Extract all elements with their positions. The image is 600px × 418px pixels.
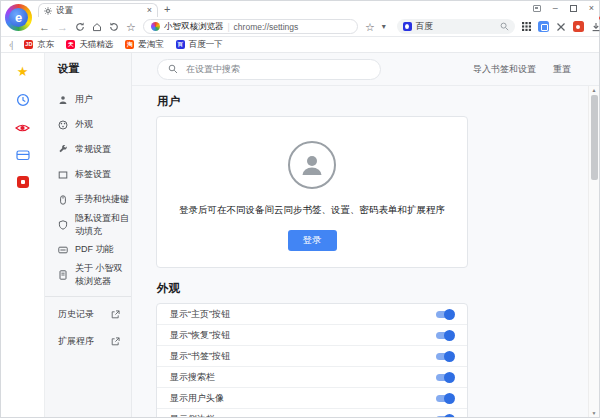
sidebar-item-general[interactable]: 常规设置 (45, 137, 131, 162)
settings-header: 在设置中搜索 导入书签和设置 重置 (132, 53, 599, 85)
weibo-eye-icon[interactable] (15, 122, 30, 134)
sidebar-item-tabs[interactable]: 标签设置 (45, 162, 131, 187)
toggle-switch[interactable] (436, 310, 454, 318)
settings-sidebar: 设置 用户 外观 常规设置 (45, 53, 132, 417)
gear-icon (44, 7, 52, 15)
settings-main: 在设置中搜索 导入书签和设置 重置 用户 (132, 53, 599, 417)
page-favicon (151, 22, 160, 31)
bookmark-item[interactable]: 天 天猫精选 (66, 39, 113, 51)
toggle-switch[interactable] (436, 352, 454, 360)
tab-title: 设置 (56, 5, 143, 17)
bookmark-label: 天猫精选 (79, 39, 113, 51)
scrollbar-thumb[interactable] (591, 95, 598, 180)
tab-square-icon (58, 170, 68, 180)
quick-search-box[interactable]: 百度 (397, 19, 515, 34)
back-icon[interactable]: ← (39, 21, 50, 33)
sidebar-item-label: 隐私设置和自动填充 (75, 212, 131, 238)
sidebar-item-appearance[interactable]: 外观 (45, 112, 131, 137)
toggle-switch[interactable] (436, 373, 454, 381)
toggle-switch[interactable] (436, 415, 454, 417)
reset-button[interactable]: 重置 (553, 63, 571, 76)
bookmark-item[interactable]: 淘 爱淘宝 (125, 39, 164, 51)
tmall-favicon: 天 (66, 40, 75, 49)
toggle-label: 显示“主页”按钮 (170, 308, 230, 321)
toggle-row-search-bar: 显示搜索栏 (157, 367, 467, 388)
login-button[interactable]: 登录 (288, 230, 337, 251)
window-controls: – × (533, 3, 594, 13)
address-url: chrome://settings (234, 22, 299, 32)
scroll-up-arrow[interactable]: ▲ (589, 86, 599, 94)
toggle-switch[interactable] (436, 394, 454, 402)
downloads-icon[interactable] (591, 18, 600, 36)
search-icon[interactable] (500, 22, 509, 31)
reload-icon[interactable] (75, 22, 85, 32)
sidebar-item-about[interactable]: 关于 小智双核浏览器 (45, 262, 131, 287)
home-icon[interactable] (92, 22, 102, 32)
forward-icon[interactable]: → (57, 21, 68, 33)
chevron-down-icon[interactable]: ▾ (382, 21, 386, 33)
appearance-section-heading: 外观 (157, 281, 468, 296)
person-icon (58, 95, 68, 105)
sync-description: 登录后可在不同设备间云同步书签、设置、密码表单和扩展程序 (177, 204, 447, 217)
video-app-icon[interactable] (17, 176, 29, 188)
video-extension-icon[interactable] (573, 21, 584, 32)
sidebar-link-history[interactable]: 历史记录 (45, 301, 131, 328)
bookmark-item[interactable]: JD 京东 (24, 39, 54, 51)
jd-favicon: JD (24, 40, 33, 49)
sidebar-item-label: 外观 (75, 118, 93, 131)
sidebar-link-label: 扩展程序 (58, 335, 94, 348)
theme-icon[interactable] (533, 5, 541, 12)
sidebar-item-label: PDF 功能 (75, 243, 114, 256)
sidebar-item-label: 手势和快捷键 (75, 193, 129, 206)
star-icon[interactable]: ☆ (365, 21, 375, 33)
wrench-icon (58, 145, 68, 155)
sidebar-item-user[interactable]: 用户 (45, 87, 131, 112)
address-bar[interactable]: 小智双核浏览器 | chrome://settings (143, 19, 358, 34)
toggle-row-sidebar: 显示侧边栏 (157, 409, 467, 417)
mouse-icon (58, 195, 68, 205)
browser-logo: e (5, 4, 32, 31)
baidu-favicon: 百 (176, 40, 185, 49)
toggle-switch[interactable] (436, 331, 454, 339)
netdisk-card-icon[interactable] (16, 149, 30, 161)
sidebar-item-label: 关于 小智双核浏览器 (75, 262, 131, 288)
translate-extension-icon[interactable] (538, 21, 549, 32)
sidebar-title: 设置 (45, 53, 131, 87)
toggle-label: 显示侧边栏 (170, 413, 215, 418)
tab-strip: e 设置 × + – × (1, 1, 599, 17)
screenshot-tool-icon[interactable] (556, 22, 566, 32)
history-clock-icon[interactable] (16, 93, 30, 107)
new-tab-button[interactable]: + (164, 4, 170, 15)
info-doc-icon (58, 270, 68, 280)
sidebar-item-gestures[interactable]: 手势和快捷键 (45, 187, 131, 212)
tab-close-icon[interactable]: × (147, 6, 152, 15)
import-bookmarks-button[interactable]: 导入书签和设置 (473, 63, 536, 76)
palette-icon (58, 120, 68, 130)
toggle-label: 显示“恢复”按钮 (170, 329, 230, 342)
maximize-button[interactable] (570, 5, 577, 12)
taobao-favicon: 淘 (125, 40, 134, 49)
favorites-star-icon[interactable]: ★ (17, 65, 29, 78)
toggle-label: 显示“书签”按钮 (170, 350, 230, 363)
apps-grid-icon[interactable] (522, 22, 531, 31)
tab-settings[interactable]: 设置 × (38, 3, 158, 17)
collapse-bookmarks-icon[interactable]: ‹| (9, 40, 12, 50)
sidebar-item-label: 常规设置 (75, 143, 111, 156)
shield-icon (58, 220, 68, 230)
restore-tab-icon[interactable] (109, 22, 119, 32)
settings-search-input[interactable]: 在设置中搜索 (157, 59, 381, 80)
sidebar-link-extensions[interactable]: 扩展程序 (45, 328, 131, 355)
address-site-name: 小智双核浏览器 (164, 21, 224, 33)
bookmark-item[interactable]: 百 百度一下 (176, 39, 223, 51)
scrollbar[interactable]: ▲ ▼ (588, 86, 599, 417)
scroll-down-arrow[interactable]: ▼ (589, 409, 599, 417)
close-window-button[interactable]: × (589, 3, 594, 13)
sidebar-item-label: 标签设置 (75, 168, 111, 181)
toggle-row-restore-button: 显示“恢复”按钮 (157, 325, 467, 346)
bookmark-page-icon[interactable]: ☆ (126, 21, 136, 33)
sidebar-item-pdf[interactable]: PDF 功能 (45, 237, 131, 262)
minimize-button[interactable]: – (553, 3, 558, 13)
bookmark-label: 百度一下 (189, 39, 223, 51)
sidebar-item-privacy[interactable]: 隐私设置和自动填充 (45, 212, 131, 237)
toggle-row-bookmark-button: 显示“书签”按钮 (157, 346, 467, 367)
